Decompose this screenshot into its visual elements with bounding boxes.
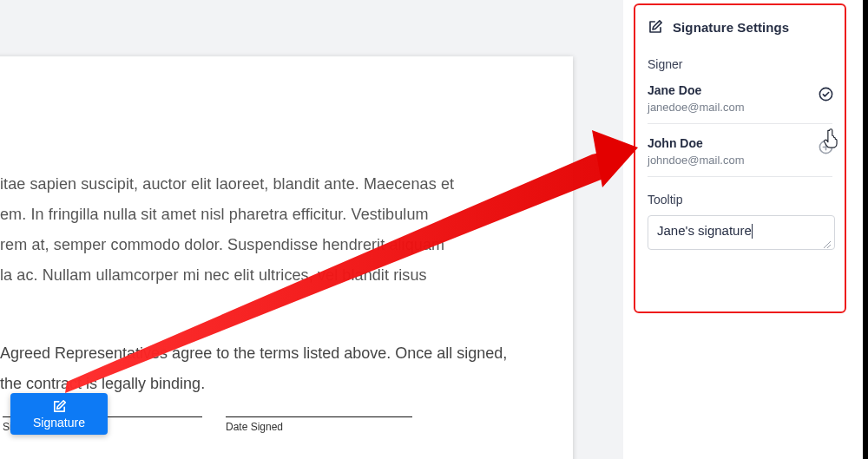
signer-name: Jane Doe [648, 83, 832, 97]
date-signed-underline [226, 416, 412, 417]
edit-square-icon [52, 399, 67, 414]
check-circle-icon [818, 86, 834, 102]
text-caret [752, 224, 753, 239]
tooltip-input-wrapper: Jane's signature [648, 215, 832, 250]
svg-line-4 [824, 241, 831, 248]
signer-name: John Doe [648, 136, 832, 150]
tooltip-section-label: Tooltip [648, 193, 832, 207]
doc-line: em. In fringilla nulla sit amet nisl pha… [0, 200, 529, 230]
scrollbar-gutter [863, 0, 868, 459]
doc-line: rem at, semper commodo dolor. Suspendiss… [0, 230, 529, 260]
doc-line: Agreed Representatives agree to the term… [0, 344, 452, 362]
document-agreement-paragraph: Agreed Representatives agree to the term… [0, 338, 529, 399]
edit-square-icon [648, 19, 663, 35]
signature-settings-panel: Signature Settings Signer Jane Doe janed… [634, 3, 846, 313]
signer-email: janedoe@mail.com [648, 101, 832, 114]
doc-line: la ac. Nullam ullamcorper mi nec elit ul… [0, 260, 529, 291]
select-signer-button[interactable] [815, 83, 836, 104]
svg-point-0 [819, 88, 832, 100]
panel-title: Signature Settings [673, 20, 789, 35]
resize-handle-icon[interactable] [822, 239, 831, 248]
date-signed-underline-label: Date Signed [226, 421, 412, 433]
tooltip-textarea-value: Jane's signature [657, 223, 752, 238]
date-signed-field-block: Date Signed [223, 416, 412, 433]
panel-title-row: Signature Settings [648, 19, 832, 35]
add-signer-button[interactable] [815, 136, 836, 157]
signer-section-label: Signer [648, 57, 832, 71]
document-body-paragraph: itae sapien suscipit, auctor elit laoree… [0, 169, 529, 291]
doc-line: itae sapien suscipit, auctor elit laoree… [0, 169, 529, 200]
signer-row-john[interactable]: John Doe johndoe@mail.com [648, 124, 832, 177]
signer-email: johndoe@mail.com [648, 154, 832, 167]
signer-row-jane[interactable]: Jane Doe janedoe@mail.com [648, 71, 832, 124]
tooltip-textarea[interactable]: Jane's signature [648, 215, 835, 250]
plus-circle-icon [818, 139, 834, 155]
signature-button-label: Signature [33, 416, 85, 429]
svg-line-5 [827, 245, 831, 248]
signature-field-button[interactable]: Signature [10, 393, 108, 435]
